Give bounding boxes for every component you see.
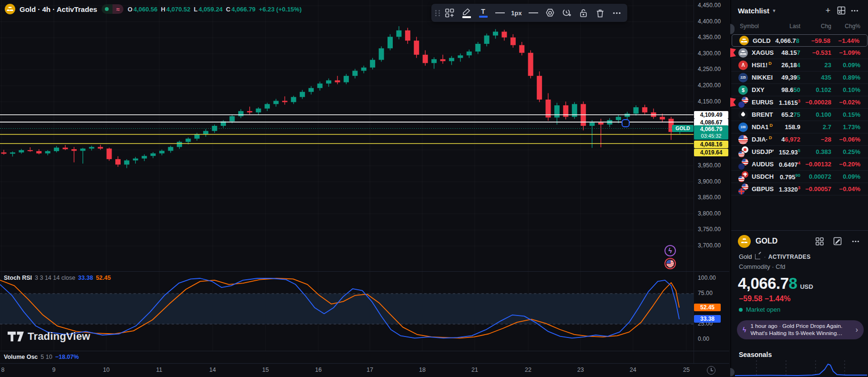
price-level-label[interactable]: 4,019.64 [694,149,728,156]
usdch-icon [738,172,748,182]
price-tick: 4,400.00 [698,18,721,25]
price-tick: 3,900.00 [698,178,721,185]
watchlist-row-usdch[interactable]: USDCH0.795900.000720.09% [731,171,868,183]
symbol-fullname-link[interactable]: Gold [739,253,752,260]
watchlist-row-eurus[interactable]: EURUS1.16153−0.00028−0.02% [731,96,868,109]
pane-separator[interactable] [0,271,729,272]
symbol-title[interactable]: Gold · 4h · ActivTrades [20,5,97,13]
delayed-data-badge: D [769,123,773,128]
watchlist-row-usdjp[interactable]: USDJP'152.9350.3830.25% [731,146,868,158]
column-symbol[interactable]: Symbol [740,23,759,30]
gold-symbol-icon [5,4,15,14]
news-event-icon[interactable]: ϟ [664,245,676,256]
stoch-rsi-legend[interactable]: Stoch RSI 3 3 14 14 close 33.38 52.45 [4,275,111,281]
column-chgpct[interactable]: Chg% [845,23,860,30]
column-last[interactable]: Last [789,23,800,30]
stoch-tick: 0.00 [698,336,709,342]
indicator-params: 5 10 [41,354,52,360]
c-label: C [226,6,230,13]
change-cell: −0.00028 [805,99,831,106]
lock-icon[interactable] [575,6,591,20]
chevron-down-icon[interactable]: ▾ [773,8,776,14]
price-level-label[interactable]: 4,109.49 [694,111,728,119]
ohlc-values: O4,060.56 H4,070.52 L4,059.24 C4,066.79 … [128,6,302,13]
change-cell: −0.531 [812,49,831,56]
color-swatch-white [462,16,471,18]
watchlist-row-xagus[interactable]: XAGUS48.157−0.531−1.09% [731,47,868,59]
price-chart-canvas[interactable] [0,0,694,272]
line-color-icon[interactable] [459,6,474,20]
grid-view-icon[interactable] [835,4,848,17]
last-price-cell: 49,395 [781,74,800,81]
indicator-title[interactable]: Volume Osc [4,354,38,360]
detail-grid-icon[interactable] [813,234,826,248]
line-width-button[interactable]: 1px [509,6,524,20]
external-link-icon[interactable] [755,254,760,259]
time-axis[interactable]: 89101114151617182122232425 [0,363,729,377]
watchlist-row-hsi1[interactable]: ΛHSI1!D26,184230.09% [731,59,868,71]
column-chg[interactable]: Chg [821,23,831,30]
toolbar-drag-handle-icon[interactable] [434,10,441,16]
watchlist-row-djia[interactable]: DJIA·D46,972−28−0.06% [731,133,868,146]
time-tick: 10 [103,367,110,373]
pane-separator[interactable] [0,351,729,351]
add-symbol-icon[interactable]: + [821,4,835,17]
time-tick: 14 [209,367,216,373]
detail-symbol-title[interactable]: GOLD [756,237,808,245]
volume-osc-legend[interactable]: Volume Osc 5 10 −18.07% [4,354,79,360]
watchlist-row-dxy[interactable]: $DXY98.6500.1020.10% [731,84,868,96]
delete-trash-icon[interactable] [592,6,608,20]
settings-gear-icon[interactable] [542,6,558,20]
watchlist-row-audus[interactable]: AUDUS0.64974−0.00132−0.20% [731,158,868,171]
symbol-name: EURUS [752,99,774,106]
hsi-icon: Λ [738,61,748,70]
low-value: 4,059.24 [199,6,223,13]
symbol-status-pill[interactable]: ≈ [102,4,123,14]
line-type-icon[interactable] [525,6,541,20]
drawing-selection-handle[interactable] [622,119,630,127]
watchlist-row-brent[interactable]: BRENT65.2750.1000.15% [731,109,868,121]
last-price-value: 4,066.79 [694,126,728,132]
symbol-name: GBPUS [752,185,774,193]
dxy-icon: $ [738,85,748,95]
us-economic-event-icon[interactable] [664,258,676,269]
text-color-icon[interactable]: T [475,6,491,20]
flag-marker-icon [730,98,736,107]
nikkei-icon: 225 [738,73,748,82]
price-tick: 3,700.00 [698,242,721,249]
watchlist-row-nikkei[interactable]: 225NIKKEI49,3954350.89% [731,71,868,84]
templates-icon[interactable] [442,6,458,20]
change-pct-cell: 0.09% [843,61,860,69]
watchlist-row-gold[interactable]: GOLD4,066.78−59.58−1.44% [732,34,868,47]
change-value: +6.23 (+0.15%) [259,6,302,13]
seasonals-mini-chart[interactable] [731,360,868,377]
edit-note-icon[interactable] [831,234,844,248]
chart-area[interactable]: Gold · 4h · ActivTrades ≈ O4,060.56 H4,0… [0,0,729,377]
change-pct-cell: −1.44% [838,37,859,44]
indicator-params: 3 3 14 14 close [35,275,75,281]
series-tag[interactable]: GOLD [672,125,694,132]
stoch-rsi-canvas[interactable] [0,272,694,351]
goto-date-icon[interactable] [707,366,715,375]
change-pct-cell: 0.10% [843,86,860,93]
seasonals-title[interactable]: Seasonals [739,351,772,358]
audus-icon [738,160,748,169]
watchlist-title[interactable]: Watchlist [738,7,769,15]
last-price-cell: 26,184 [781,61,800,69]
drawing-toolbar: T 1px [431,4,627,22]
news-headline-pill[interactable]: ϟ 1 hour ago · Gold Price Drops Again. W… [737,320,864,339]
tradingview-logo[interactable]: TradingView [8,330,90,343]
detail-more-icon[interactable] [849,234,862,248]
watchlist-row-nda1[interactable]: 100NDA1D158.92.71.73% [731,121,868,133]
add-alert-icon[interactable] [559,6,574,20]
indicator-title[interactable]: Stoch RSI [4,275,32,281]
time-tick: 16 [315,367,322,373]
price-level-label[interactable]: 4,048.16 [694,141,728,148]
open-value: 4,060.56 [133,6,158,13]
l-label: L [194,6,198,13]
line-style-icon[interactable] [492,6,508,20]
watchlist-row-gbpus[interactable]: GBPUS1.33203−0.00057−0.04% [731,183,868,195]
last-price-label[interactable]: 4,066.79 03:45:32 [694,125,728,140]
watchlist-more-icon[interactable] [848,4,861,17]
more-options-icon[interactable] [609,6,624,20]
